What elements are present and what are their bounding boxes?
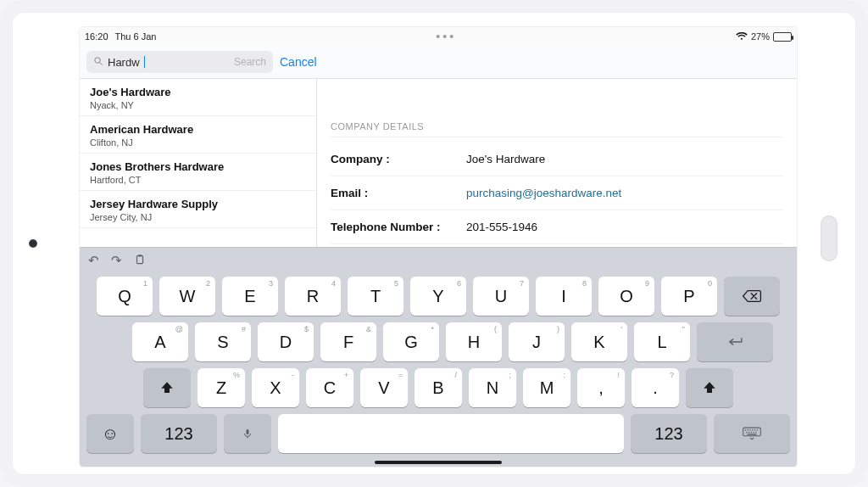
redo-icon[interactable]: ↷ xyxy=(111,253,122,268)
svg-rect-10 xyxy=(752,429,753,430)
field-label: Company : xyxy=(331,153,458,165)
key-c[interactable]: C+ xyxy=(306,368,353,407)
key-h[interactable]: H( xyxy=(446,322,502,361)
space-key[interactable] xyxy=(278,414,624,453)
cancel-button[interactable]: Cancel xyxy=(280,55,317,69)
key-hint: 9 xyxy=(645,279,649,288)
key-g[interactable]: G* xyxy=(383,322,439,361)
field-value[interactable]: purchasing@joeshardware.net xyxy=(466,187,621,199)
key-hint: + xyxy=(344,371,348,379)
hide-keyboard-key[interactable] xyxy=(714,414,790,453)
key-hint: = xyxy=(398,371,403,379)
shift-key[interactable] xyxy=(143,368,191,407)
svg-rect-4 xyxy=(247,429,249,434)
key-f[interactable]: F& xyxy=(320,322,376,361)
key-hint: ( xyxy=(494,325,497,333)
key-u[interactable]: U7 xyxy=(473,277,529,316)
svg-rect-14 xyxy=(748,432,749,433)
key-t[interactable]: T5 xyxy=(348,277,403,316)
key-hint: 2 xyxy=(206,279,210,288)
status-bar: 16:20 Thu 6 Jan ••• 27% xyxy=(80,27,797,46)
section-label: COMPANY DETAILS xyxy=(331,89,783,137)
keyboard-row-bottom: ☺ 123 123 xyxy=(86,414,790,453)
key-d[interactable]: D$ xyxy=(258,322,314,361)
key-hint: ? xyxy=(670,371,674,379)
key-hint: % xyxy=(233,371,240,379)
key-z[interactable]: Z% xyxy=(198,368,245,407)
list-item[interactable]: American HardwareClifton, NJ xyxy=(80,116,316,154)
numbers-key-right[interactable]: 123 xyxy=(631,414,707,453)
key-hint: 4 xyxy=(331,279,336,288)
key-m[interactable]: M: xyxy=(523,368,570,407)
key-hint: / xyxy=(454,371,457,379)
list-item-subtitle: Clifton, NJ xyxy=(90,137,306,148)
key-hint: @ xyxy=(175,325,183,333)
key-v[interactable]: V= xyxy=(360,368,408,407)
field-email: Email : purchasing@joeshardware.net xyxy=(331,176,783,210)
list-item[interactable]: Jersey Hardware SupplyJersey City, NJ xyxy=(80,191,316,228)
key-,[interactable]: ,! xyxy=(577,368,625,407)
key-hint: 3 xyxy=(269,279,273,288)
key-l[interactable]: L" xyxy=(634,322,690,361)
key-r[interactable]: R4 xyxy=(285,277,341,316)
key-hint: * xyxy=(431,325,434,333)
key-p[interactable]: P0 xyxy=(661,277,717,316)
key-w[interactable]: W2 xyxy=(159,277,215,316)
key-x[interactable]: X- xyxy=(252,368,299,407)
search-header: Hardw Search Cancel xyxy=(80,46,797,79)
key-j[interactable]: J) xyxy=(509,322,565,361)
clipboard-icon[interactable] xyxy=(134,253,146,269)
svg-rect-17 xyxy=(755,432,756,433)
wifi-icon xyxy=(736,32,748,41)
list-item-title: Joe's Hardware xyxy=(90,86,306,98)
key-hint: ) xyxy=(557,325,559,333)
backspace-key[interactable] xyxy=(724,277,780,316)
list-item[interactable]: Joe's HardwareNyack, NY xyxy=(80,79,316,116)
battery-percent: 27% xyxy=(751,31,770,42)
shift-key[interactable] xyxy=(686,368,733,407)
numbers-key[interactable]: 123 xyxy=(141,414,217,453)
keyboard[interactable]: ↶ ↷ Q1W2E3R4T5Y6U7I8O9P0 A@S#D$F&G*H(J)K… xyxy=(80,247,797,467)
field-value: Joe's Hardware xyxy=(466,153,545,165)
home-indicator[interactable] xyxy=(375,461,502,464)
main-split: Joe's HardwareNyack, NYAmerican Hardware… xyxy=(80,79,797,247)
list-item-subtitle: Nyack, NY xyxy=(90,100,306,110)
detail-pane: COMPANY DETAILS Company : Joe's Hardware… xyxy=(317,79,797,247)
key-s[interactable]: S# xyxy=(195,322,251,361)
key-.[interactable]: .? xyxy=(632,368,679,407)
key-a[interactable]: A@ xyxy=(132,322,188,361)
key-k[interactable]: K' xyxy=(571,322,627,361)
key-hint: & xyxy=(366,325,371,333)
sheet-grabber[interactable]: ••• xyxy=(156,30,736,43)
status-date: Thu 6 Jan xyxy=(115,31,157,42)
search-input[interactable]: Hardw Search xyxy=(86,51,273,73)
key-hint: 1 xyxy=(143,279,147,288)
svg-rect-13 xyxy=(746,432,747,433)
list-item[interactable]: Jones Brothers HardwareHartford, CT xyxy=(80,154,316,191)
svg-line-1 xyxy=(100,62,103,64)
emoji-key[interactable]: ☺ xyxy=(86,414,134,453)
list-item-title: Jones Brothers Hardware xyxy=(90,160,306,173)
svg-rect-11 xyxy=(754,429,755,430)
svg-rect-2 xyxy=(137,255,143,263)
search-value: Hardw xyxy=(108,56,140,69)
key-n[interactable]: N; xyxy=(469,368,516,407)
key-hint: : xyxy=(563,371,565,379)
key-b[interactable]: B/ xyxy=(415,368,462,407)
key-e[interactable]: E3 xyxy=(222,277,278,316)
battery-icon xyxy=(773,32,792,42)
key-y[interactable]: Y6 xyxy=(410,277,466,316)
svg-rect-15 xyxy=(751,432,752,433)
device-frame: 16:20 Thu 6 Jan ••• 27% Hardw xyxy=(0,0,868,487)
key-i[interactable]: I8 xyxy=(536,277,592,316)
list-item-title: Jersey Hardware Supply xyxy=(90,198,306,210)
undo-icon[interactable]: ↶ xyxy=(88,253,99,268)
mic-key[interactable] xyxy=(224,414,271,453)
results-sidebar[interactable]: Joe's HardwareNyack, NYAmerican Hardware… xyxy=(80,79,317,247)
return-key[interactable] xyxy=(697,322,773,361)
key-o[interactable]: O9 xyxy=(598,277,654,316)
key-hint: # xyxy=(242,325,246,333)
search-placeholder: Search xyxy=(234,56,266,68)
home-side-button xyxy=(821,216,837,261)
key-q[interactable]: Q1 xyxy=(97,277,153,316)
